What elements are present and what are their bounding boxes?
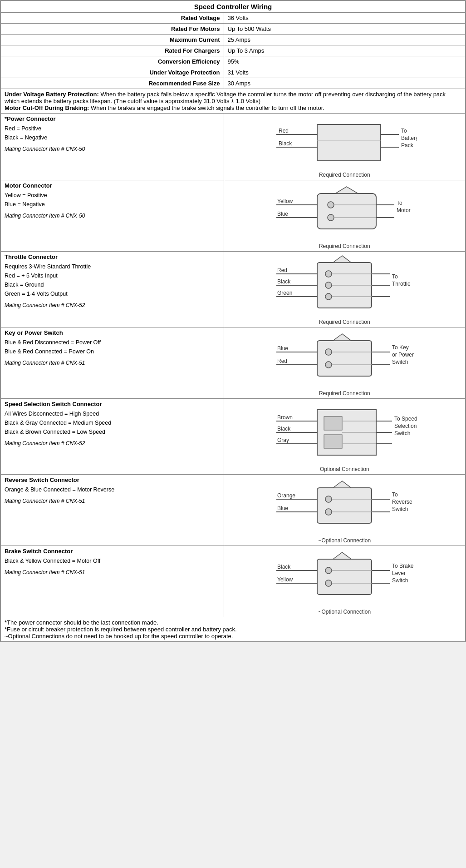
- notes-cell: Under Voltage Battery Protection: When t…: [1, 89, 466, 114]
- footer-cell: *The power connector should be the last …: [1, 617, 466, 642]
- svg-text:To Brake: To Brake: [392, 563, 414, 569]
- connector-row-0: *Power Connector Red = PositiveBlack = N…: [1, 114, 466, 180]
- svg-point-81: [325, 496, 332, 502]
- page: Speed Controller Wiring Rated Voltage 36…: [0, 0, 466, 642]
- connector-left-1: Motor Connector Yellow = PositiveBlue = …: [1, 180, 224, 252]
- svg-point-96: [325, 567, 332, 574]
- connector-left-4: Speed Selection Switch Connector All Wir…: [1, 399, 224, 475]
- connector-row-5: Reverse Switch Connector Orange & Blue C…: [1, 475, 466, 546]
- connection-label-0: Required Connection: [228, 172, 461, 178]
- svg-text:To Speed: To Speed: [394, 416, 417, 422]
- connector-left-2: Throttle Connector Requires 3-Wire Stand…: [1, 252, 224, 327]
- footer-item-0: *The power connector should be the last …: [5, 619, 461, 626]
- connector-desc-2: Requires 3-Wire Standard ThrottleRed = +…: [5, 262, 220, 298]
- connector-title-1: Motor Connector: [5, 182, 220, 189]
- connector-item-number-6: Mating Connector Item # CNX-51: [5, 569, 220, 575]
- diagram-container-3: Blue Red To Key or Power Switch: [228, 329, 461, 388]
- connector-item-number-5: Mating Connector Item # CNX-51: [5, 498, 220, 504]
- svg-text:or Power: or Power: [392, 352, 414, 358]
- note-0: Under Voltage Battery Protection: When t…: [5, 91, 461, 104]
- spec-label: Recommended Fuse Size: [1, 78, 224, 89]
- connector-title-2: Throttle Connector: [5, 253, 220, 260]
- svg-text:Brown: Brown: [277, 414, 293, 421]
- connector-item-number-3: Mating Connector Item # CNX-51: [5, 360, 220, 366]
- svg-text:To: To: [392, 491, 398, 498]
- spec-value: 36 Volts: [224, 13, 465, 24]
- connector-title-0: *Power Connector: [5, 115, 220, 122]
- connector-right-2: Red Black Green To Throttle Required Con…: [224, 252, 465, 327]
- svg-text:Blue: Blue: [277, 505, 288, 511]
- page-title: Speed Controller Wiring: [194, 3, 272, 10]
- title-row: Speed Controller Wiring: [1, 1, 466, 13]
- connector-item-number-1: Mating Connector Item # CNX-50: [5, 213, 220, 219]
- connection-label-3: Required Connection: [228, 390, 461, 397]
- svg-text:Orange: Orange: [277, 492, 295, 499]
- footer-item-2: ~Optional Connections do not need to be …: [5, 633, 461, 640]
- svg-text:To: To: [392, 273, 398, 280]
- spec-label: Rated Voltage: [1, 13, 224, 24]
- diagram-container-5: Orange Blue To Reverse Switch: [228, 476, 461, 536]
- spec-row: Maximum Current 25 Amps: [1, 35, 466, 45]
- connector-desc-3: Blue & Red Disconnected = Power OffBlue …: [5, 338, 220, 356]
- svg-rect-13: [317, 193, 376, 229]
- svg-point-16: [328, 214, 334, 221]
- svg-text:Black: Black: [279, 140, 292, 147]
- spec-value: 25 Amps: [224, 35, 465, 45]
- diagram-container-0: Red Black To Battery Pack: [228, 115, 461, 170]
- svg-text:Blue: Blue: [277, 345, 288, 352]
- svg-point-30: [325, 271, 332, 277]
- connector-left-6: Brake Switch Connector Black & Yellow Co…: [1, 546, 224, 617]
- title-cell: Speed Controller Wiring: [1, 1, 466, 13]
- spec-label: Under Voltage Protection: [1, 67, 224, 78]
- svg-text:Black: Black: [277, 564, 291, 570]
- svg-rect-94: [317, 559, 372, 595]
- connector-row-4: Speed Selection Switch Connector All Wir…: [1, 399, 466, 475]
- connection-label-6: ~Optional Connection: [228, 609, 461, 615]
- connector-row-6: Brake Switch Connector Black & Yellow Co…: [1, 546, 466, 617]
- svg-rect-46: [317, 341, 372, 376]
- connection-label-5: ~Optional Connection: [228, 537, 461, 544]
- svg-point-32: [325, 293, 332, 300]
- svg-text:Red: Red: [277, 358, 287, 364]
- footer-item-1: *Fuse or circuit breaker protection is r…: [5, 626, 461, 633]
- connector-item-number-2: Mating Connector Item # CNX-52: [5, 302, 220, 308]
- svg-point-49: [325, 362, 332, 368]
- svg-text:To Key: To Key: [392, 344, 409, 351]
- svg-text:Red: Red: [277, 267, 287, 273]
- svg-text:Reverse: Reverse: [392, 499, 412, 505]
- main-table: Speed Controller Wiring Rated Voltage 36…: [0, 0, 466, 642]
- svg-point-97: [325, 580, 332, 586]
- svg-text:Green: Green: [277, 290, 292, 296]
- connector-desc-1: Yellow = PositiveBlue = Negative: [5, 191, 220, 209]
- notes-row: Under Voltage Battery Protection: When t…: [1, 89, 466, 114]
- connector-item-number-4: Mating Connector Item # CNX-52: [5, 440, 220, 446]
- connector-item-number-0: Mating Connector Item # CNX-50: [5, 146, 220, 152]
- connector-desc-4: All Wires Disconnected = High SpeedBlack…: [5, 409, 220, 436]
- footer-row: *The power connector should be the last …: [1, 617, 466, 642]
- connector-right-4: Brown Black Gray To Speed Selection Swit…: [224, 399, 465, 475]
- connector-row-2: Throttle Connector Requires 3-Wire Stand…: [1, 252, 466, 327]
- diagram-container-6: Black Yellow To Brake Lever Switch: [228, 548, 461, 607]
- svg-rect-79: [317, 488, 372, 523]
- connection-label-1: Required Connection: [228, 243, 461, 249]
- svg-text:Black: Black: [277, 278, 291, 285]
- svg-marker-29: [333, 256, 351, 263]
- connector-right-1: Yellow Blue To Motor Required Connection: [224, 180, 465, 252]
- spec-label: Maximum Current: [1, 35, 224, 45]
- svg-text:Throttle: Throttle: [392, 281, 411, 287]
- note-1: Motor Cut-Off During Braking: When the b…: [5, 104, 461, 111]
- svg-text:Switch: Switch: [394, 430, 410, 436]
- svg-text:To: To: [397, 200, 402, 206]
- svg-rect-2: [317, 124, 381, 161]
- svg-text:Blue: Blue: [277, 211, 288, 217]
- spec-value: Up To 3 Amps: [224, 45, 465, 56]
- svg-text:Lever: Lever: [392, 570, 406, 576]
- connector-row-1: Motor Connector Yellow = PositiveBlue = …: [1, 180, 466, 252]
- svg-point-31: [325, 282, 332, 288]
- svg-text:Switch: Switch: [392, 506, 408, 512]
- svg-marker-47: [333, 334, 351, 341]
- connector-title-4: Speed Selection Switch Connector: [5, 401, 220, 407]
- connector-title-5: Reverse Switch Connector: [5, 476, 220, 483]
- diagram-container-1: Yellow Blue To Motor: [228, 182, 461, 241]
- connector-right-5: Orange Blue To Reverse Switch ~Optional …: [224, 475, 465, 546]
